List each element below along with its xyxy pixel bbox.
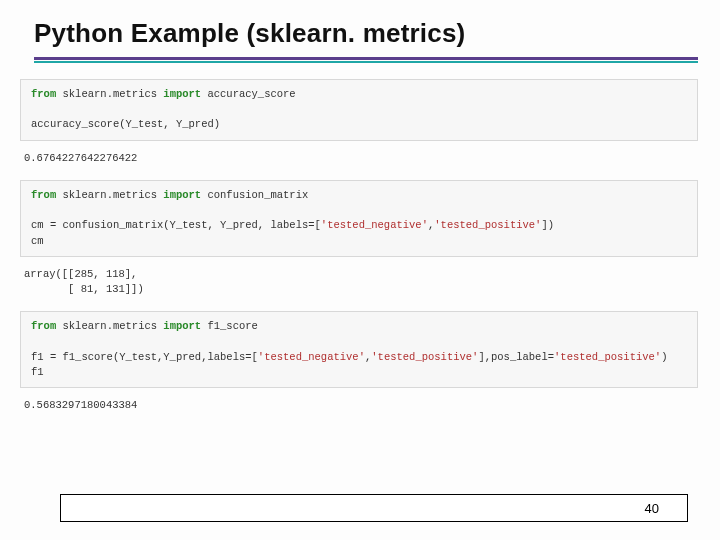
output-f1: 0.5683297180043384 (20, 392, 698, 427)
module-text: sklearn.metrics (56, 88, 163, 100)
code-cell-accuracy: from sklearn.metrics import accuracy_sco… (20, 79, 698, 141)
code-cell-f1: from sklearn.metrics import f1_score f1 … (20, 311, 698, 388)
code-cell-confusion: from sklearn.metrics import confusion_ma… (20, 180, 698, 257)
code-line: ]) (541, 219, 554, 231)
slide-content: from sklearn.metrics import accuracy_sco… (0, 63, 720, 427)
keyword-from: from (31, 320, 56, 332)
import-name: f1_score (201, 320, 258, 332)
keyword-from: from (31, 88, 56, 100)
string-literal: 'tested_negative' (321, 219, 428, 231)
code-line: accuracy_score(Y_test, Y_pred) (31, 118, 220, 130)
module-text: sklearn.metrics (56, 189, 163, 201)
import-name: confusion_matrix (201, 189, 308, 201)
code-line: cm = confusion_matrix(Y_test, Y_pred, la… (31, 219, 321, 231)
keyword-from: from (31, 189, 56, 201)
keyword-import: import (163, 88, 201, 100)
code-line: f1 = f1_score(Y_test,Y_pred,labels=[ (31, 351, 258, 363)
code-line: f1 (31, 366, 44, 378)
footer-box: 40 (60, 494, 688, 522)
import-name: accuracy_score (201, 88, 296, 100)
string-literal: 'tested_positive' (554, 351, 661, 363)
string-literal: 'tested_positive' (434, 219, 541, 231)
string-literal: 'tested_positive' (371, 351, 478, 363)
slide-title: Python Example (sklearn. metrics) (0, 0, 720, 57)
output-confusion: array([[285, 118], [ 81, 131]]) (20, 261, 698, 311)
page-number: 40 (645, 501, 659, 516)
keyword-import: import (163, 320, 201, 332)
code-line: ) (661, 351, 667, 363)
code-line: ],pos_label= (478, 351, 554, 363)
module-text: sklearn.metrics (56, 320, 163, 332)
string-literal: 'tested_negative' (258, 351, 365, 363)
output-accuracy: 0.6764227642276422 (20, 145, 698, 180)
keyword-import: import (163, 189, 201, 201)
code-line: cm (31, 235, 44, 247)
